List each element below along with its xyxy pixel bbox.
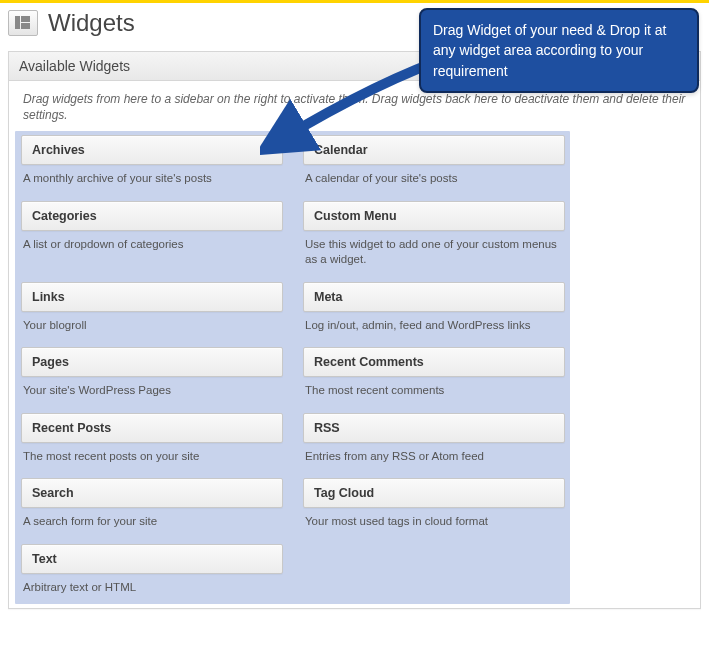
widget-title[interactable]: Calendar — [303, 135, 565, 165]
available-widgets-panel: Available Widgets Drag widgets from here… — [8, 51, 701, 609]
widget-title[interactable]: Meta — [303, 282, 565, 312]
widget-title[interactable]: Pages — [21, 347, 283, 377]
widget-title[interactable]: Recent Comments — [303, 347, 565, 377]
widget-desc: The most recent posts on your site — [21, 443, 283, 465]
widget-tag-cloud[interactable]: Tag Cloud Your most used tags in cloud f… — [303, 478, 565, 530]
widget-categories[interactable]: Categories A list or dropdown of categor… — [21, 201, 283, 268]
widgets-icon-glyph — [15, 16, 31, 30]
widget-archives[interactable]: Archives A monthly archive of your site'… — [21, 135, 283, 187]
widget-desc: A calendar of your site's posts — [303, 165, 565, 187]
widget-title[interactable]: Recent Posts — [21, 413, 283, 443]
widget-rss[interactable]: RSS Entries from any RSS or Atom feed — [303, 413, 565, 465]
available-widgets-grid: Archives A monthly archive of your site'… — [21, 135, 565, 595]
widget-title[interactable]: Links — [21, 282, 283, 312]
widget-desc: Log in/out, admin, feed and WordPress li… — [303, 312, 565, 334]
widget-title[interactable]: Custom Menu — [303, 201, 565, 231]
widget-holder: Archives A monthly archive of your site'… — [9, 127, 700, 607]
widget-desc: The most recent comments — [303, 377, 565, 399]
widget-title[interactable]: Tag Cloud — [303, 478, 565, 508]
widget-desc: Arbitrary text or HTML — [21, 574, 283, 596]
widget-title[interactable]: Search — [21, 478, 283, 508]
widget-title[interactable]: Archives — [21, 135, 283, 165]
widget-desc: A search form for your site — [21, 508, 283, 530]
widget-pages[interactable]: Pages Your site's WordPress Pages — [21, 347, 283, 399]
widget-links[interactable]: Links Your blogroll — [21, 282, 283, 334]
widget-desc: Entries from any RSS or Atom feed — [303, 443, 565, 465]
annotation-text: Drag Widget of your need & Drop it at an… — [433, 22, 666, 79]
widget-desc: A list or dropdown of categories — [21, 231, 283, 253]
widget-title[interactable]: RSS — [303, 413, 565, 443]
widget-title[interactable]: Text — [21, 544, 283, 574]
widget-desc: Your site's WordPress Pages — [21, 377, 283, 399]
widget-title[interactable]: Categories — [21, 201, 283, 231]
widget-desc: Your most used tags in cloud format — [303, 508, 565, 530]
widget-meta[interactable]: Meta Log in/out, admin, feed and WordPre… — [303, 282, 565, 334]
widget-desc: Your blogroll — [21, 312, 283, 334]
widgets-admin-page: Widgets Available Widgets Drag widgets f… — [0, 0, 709, 663]
widget-custom-menu[interactable]: Custom Menu Use this widget to add one o… — [303, 201, 565, 268]
widget-desc: A monthly archive of your site's posts — [21, 165, 283, 187]
annotation-callout: Drag Widget of your need & Drop it at an… — [419, 8, 699, 93]
widgets-icon — [8, 10, 38, 36]
widget-desc: Use this widget to add one of your custo… — [303, 231, 565, 268]
widget-recent-comments[interactable]: Recent Comments The most recent comments — [303, 347, 565, 399]
widget-calendar[interactable]: Calendar A calendar of your site's posts — [303, 135, 565, 187]
widget-recent-posts[interactable]: Recent Posts The most recent posts on yo… — [21, 413, 283, 465]
widget-search[interactable]: Search A search form for your site — [21, 478, 283, 530]
page-title: Widgets — [48, 9, 135, 37]
widget-text[interactable]: Text Arbitrary text or HTML — [21, 544, 283, 596]
